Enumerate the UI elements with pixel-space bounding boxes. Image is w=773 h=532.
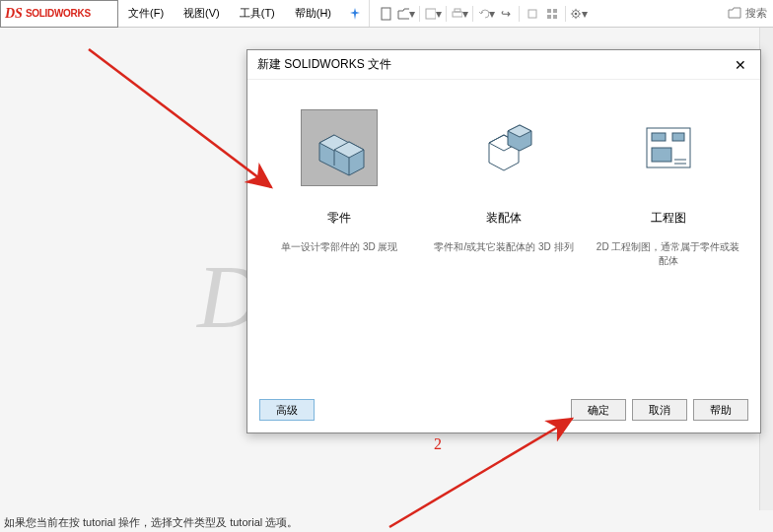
option-drawing[interactable]: 工程图 2D 工程制图，通常属于零件或装配体 xyxy=(595,109,742,268)
option-assembly-title: 装配体 xyxy=(430,210,578,227)
drawing-icon xyxy=(630,109,707,186)
svg-rect-8 xyxy=(553,15,557,19)
app-logo: DS SOLIDWORKS xyxy=(0,0,118,28)
new-file-icon[interactable] xyxy=(378,5,395,23)
cancel-button[interactable]: 取消 xyxy=(632,399,687,421)
rebuild-icon[interactable] xyxy=(543,5,561,23)
ok-button[interactable]: 确定 xyxy=(571,399,626,421)
svg-rect-7 xyxy=(547,15,551,19)
option-drawing-title: 工程图 xyxy=(595,210,742,227)
save-icon[interactable]: ▾ xyxy=(424,5,442,23)
menu-view[interactable]: 视图(V) xyxy=(174,0,230,27)
svg-rect-0 xyxy=(382,8,390,20)
svg-line-26 xyxy=(89,49,271,187)
vertical-scrollbar[interactable] xyxy=(759,28,773,510)
svg-rect-6 xyxy=(553,9,557,13)
search-area[interactable]: 搜索 xyxy=(728,6,773,21)
svg-rect-23 xyxy=(652,148,671,162)
part-icon xyxy=(301,109,378,186)
new-document-dialog: 新建 SOLIDWORKS 文件 ✕ 零件 单一设计零部件的 3D 展现 xyxy=(246,49,761,433)
logo-glyph: DS xyxy=(5,6,23,22)
search-label: 搜索 xyxy=(745,6,767,21)
logo-text: SOLIDWORKS xyxy=(26,8,91,19)
option-part-desc: 单一设计零部件的 3D 展现 xyxy=(265,240,413,254)
main-menu: 文件(F) 视图(V) 工具(T) 帮助(H) xyxy=(118,0,369,27)
dialog-footer: 高级 确定 取消 帮助 xyxy=(259,399,748,421)
advanced-button[interactable]: 高级 xyxy=(259,399,315,421)
select-icon[interactable] xyxy=(524,5,541,23)
svg-rect-4 xyxy=(528,10,536,18)
dialog-body: 零件 单一设计零部件的 3D 展现 装配体 零件和/或其它装配体的 3D 排列 xyxy=(247,80,760,278)
assembly-icon xyxy=(465,109,542,186)
svg-rect-5 xyxy=(547,9,551,13)
print-icon[interactable]: ▾ xyxy=(451,5,468,23)
dialog-titlebar: 新建 SOLIDWORKS 文件 ✕ xyxy=(247,50,760,80)
option-assembly[interactable]: 装配体 零件和/或其它装配体的 3D 排列 xyxy=(430,109,578,268)
dialog-title-text: 新建 SOLIDWORKS 文件 xyxy=(257,56,391,73)
menu-file[interactable]: 文件(F) xyxy=(118,0,174,27)
svg-rect-2 xyxy=(453,12,462,17)
folder-icon xyxy=(728,7,741,21)
redo-icon[interactable]: ↪ xyxy=(497,5,515,23)
svg-line-27 xyxy=(389,419,572,527)
menu-tools[interactable]: 工具(T) xyxy=(230,0,285,27)
pin-icon[interactable] xyxy=(341,0,369,27)
option-part-title: 零件 xyxy=(265,210,413,227)
undo-icon[interactable]: ▾ xyxy=(477,5,495,23)
settings-icon[interactable]: ▾ xyxy=(570,5,588,23)
top-menu-bar: DS SOLIDWORKS 文件(F) 视图(V) 工具(T) 帮助(H) ▾ … xyxy=(0,0,773,28)
toolbar: ▾ ▾ ▾ ▾ ↪ ▾ xyxy=(369,0,596,27)
close-icon[interactable]: ✕ xyxy=(731,55,750,75)
status-bar-text: 如果您当前在按 tutorial 操作，选择文件类型及 tutorial 选项。 xyxy=(4,515,298,530)
svg-rect-3 xyxy=(455,9,460,12)
annotation-number-2: 2 xyxy=(434,435,442,453)
menu-help[interactable]: 帮助(H) xyxy=(285,0,341,27)
svg-rect-1 xyxy=(426,9,436,19)
help-button[interactable]: 帮助 xyxy=(693,399,748,421)
option-assembly-desc: 零件和/或其它装配体的 3D 排列 xyxy=(430,240,578,254)
svg-rect-22 xyxy=(672,133,684,141)
open-file-icon[interactable]: ▾ xyxy=(397,5,415,23)
svg-rect-21 xyxy=(652,133,666,141)
option-drawing-desc: 2D 工程制图，通常属于零件或装配体 xyxy=(595,240,742,268)
option-part[interactable]: 零件 单一设计零部件的 3D 展现 xyxy=(265,109,413,268)
svg-point-10 xyxy=(575,12,578,15)
